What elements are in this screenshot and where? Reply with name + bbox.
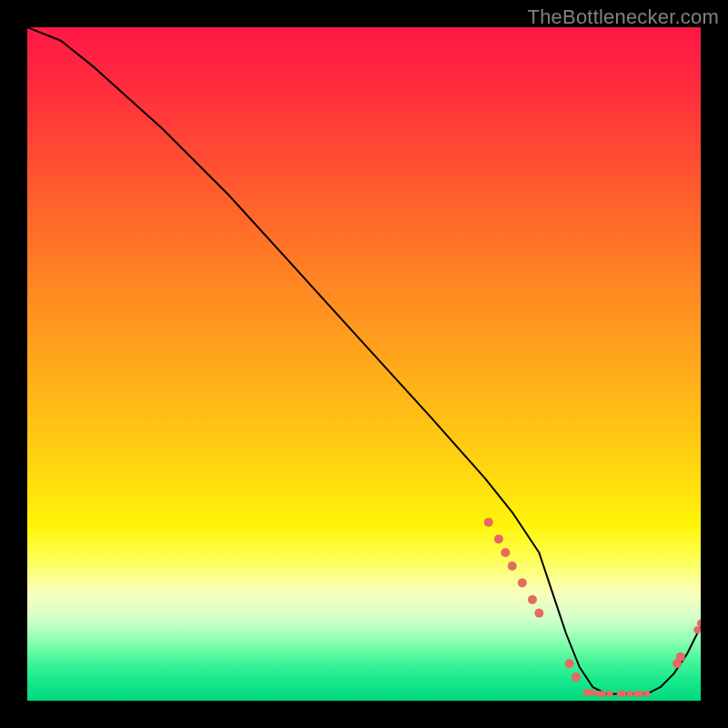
data-marker [637,691,643,697]
data-marker [571,672,581,682]
chart-container: TheBottlenecker.com [0,0,728,728]
attribution-label: TheBottlenecker.com [528,5,719,29]
data-marker [508,561,517,571]
data-markers [484,518,701,697]
data-marker [693,626,701,633]
data-marker [528,595,537,604]
data-marker [494,534,503,543]
data-marker [534,609,543,618]
data-marker [565,659,574,668]
data-marker [600,691,606,697]
bottleneck-curve [27,27,701,694]
plot-area [27,27,701,701]
data-marker [607,691,613,697]
data-marker [627,691,633,697]
chart-svg [27,27,701,701]
data-marker [697,620,701,627]
data-marker [500,548,510,557]
data-marker [484,518,493,527]
data-marker [620,691,626,697]
data-marker [643,691,650,697]
data-marker [590,690,596,696]
data-marker [518,579,527,588]
data-marker [676,652,685,662]
